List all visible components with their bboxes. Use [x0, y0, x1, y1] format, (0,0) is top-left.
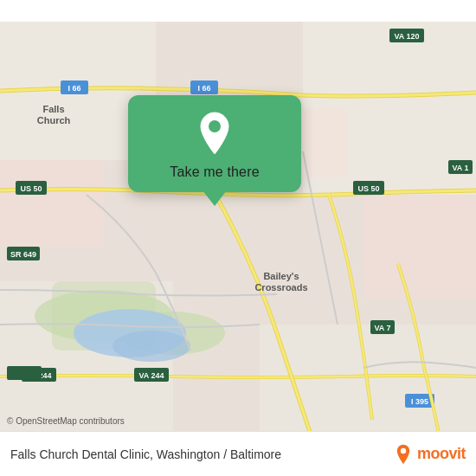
- take-me-there-label: Take me there: [170, 164, 259, 180]
- svg-rect-31: [7, 366, 42, 380]
- svg-text:I 66: I 66: [197, 84, 210, 93]
- map-container: I 66 I 66 US 50 US 50 VA 244 VA 244 VA 1…: [0, 0, 476, 476]
- svg-text:VA 244: VA 244: [138, 371, 164, 380]
- svg-point-41: [401, 447, 406, 453]
- map-attribution: © OpenStreetMap contributors: [7, 416, 125, 426]
- navigation-popup[interactable]: Take me there: [128, 95, 301, 192]
- svg-text:VA 1: VA 1: [452, 164, 468, 172]
- svg-text:Crossroads: Crossroads: [254, 282, 307, 293]
- svg-text:Bailey's: Bailey's: [263, 271, 299, 281]
- location-icon-wrap: [192, 111, 237, 156]
- svg-text:Falls: Falls: [42, 104, 64, 114]
- svg-point-40: [209, 120, 221, 132]
- svg-text:VA 120: VA 120: [394, 32, 419, 41]
- location-pin-icon: [196, 111, 234, 156]
- svg-text:VA 7: VA 7: [374, 324, 390, 332]
- moovit-logo: moovit: [393, 444, 466, 465]
- location-title: Falls Church Dental Clinic, Washington /…: [10, 447, 281, 461]
- bottom-bar: Falls Church Dental Clinic, Washington /…: [0, 431, 476, 476]
- svg-rect-10: [0, 160, 104, 247]
- svg-point-9: [113, 331, 190, 362]
- moovit-brand-text: moovit: [417, 445, 466, 463]
- svg-text:US 50: US 50: [357, 184, 379, 193]
- map-background: I 66 I 66 US 50 US 50 VA 244 VA 244 VA 1…: [0, 0, 476, 476]
- svg-text:Church: Church: [37, 115, 71, 125]
- svg-text:US 50: US 50: [20, 184, 42, 193]
- svg-rect-11: [363, 195, 476, 299]
- svg-text:I 395: I 395: [411, 397, 428, 406]
- moovit-pin-icon: [393, 444, 414, 465]
- svg-text:SR 649: SR 649: [10, 250, 36, 259]
- svg-text:I 66: I 66: [68, 84, 80, 93]
